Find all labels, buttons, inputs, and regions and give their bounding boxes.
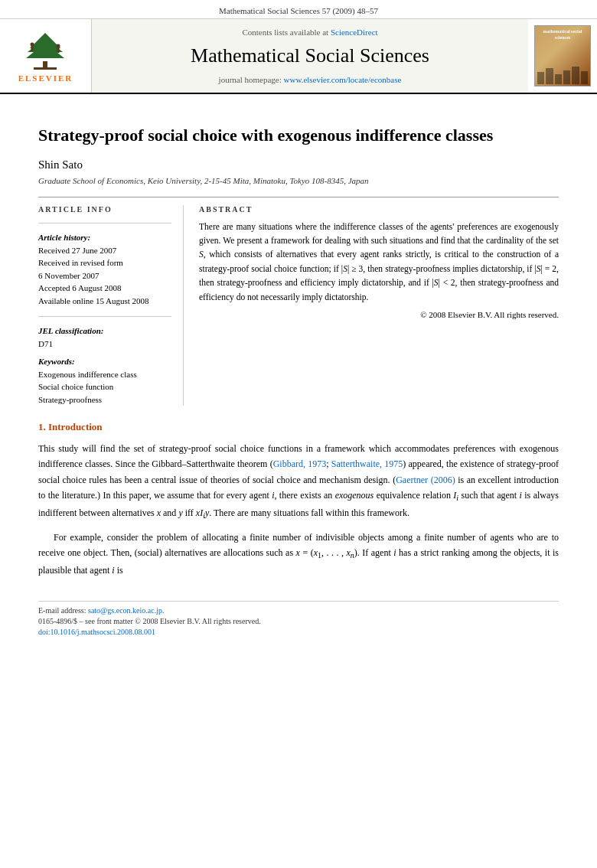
history-label: Article history: bbox=[38, 233, 171, 242]
journal-cover-thumbnail: mathematical social sciences bbox=[534, 25, 591, 86]
journal-info-center: Contents lists available at ScienceDirec… bbox=[92, 19, 528, 93]
introduction-body: This study will find the set of strategy… bbox=[38, 441, 559, 578]
journal-cover-section: mathematical social sciences bbox=[528, 19, 597, 93]
introduction-heading: 1. Introduction bbox=[38, 421, 559, 433]
section-number-label: 1. Introduction bbox=[38, 421, 103, 432]
elsevier-logo-section: ELSEVIER bbox=[0, 19, 92, 93]
elsevier-tree-icon bbox=[18, 29, 72, 71]
issn-text: 0165-4896/$ – see front matter © 2008 El… bbox=[38, 617, 559, 625]
page: Mathematical Social Sciences 57 (2009) 4… bbox=[0, 0, 597, 868]
doi-text: doi:10.1016/j.mathsocsci.2008.08.001 bbox=[38, 628, 559, 636]
homepage-line: journal homepage: www.elsevier.com/locat… bbox=[219, 75, 402, 84]
elsevier-logo: ELSEVIER bbox=[18, 29, 73, 83]
abstract-heading: ABSTRACT bbox=[199, 205, 559, 214]
sciencedirect-link[interactable]: ScienceDirect bbox=[331, 28, 378, 37]
cover-title: mathematical social sciences bbox=[538, 29, 587, 41]
citation-text: Mathematical Social Sciences 57 (2009) 4… bbox=[219, 6, 378, 15]
paper-title: Strategy-proof social choice with exogen… bbox=[38, 125, 559, 147]
homepage-text: journal homepage: bbox=[219, 75, 284, 84]
svg-rect-1 bbox=[34, 67, 57, 70]
article-info-panel: ARTICLE INFO Article history: Received 2… bbox=[38, 205, 184, 406]
abstract-panel: ABSTRACT There are many situations where… bbox=[199, 205, 559, 406]
jel-label: JEL classification: bbox=[38, 326, 171, 335]
author-name: Shin Sato bbox=[38, 158, 559, 171]
contents-available-line: Contents lists available at ScienceDirec… bbox=[242, 28, 377, 37]
revised-date: Received in revised form6 November 2007 bbox=[38, 256, 171, 282]
journal-header: ELSEVIER Contents lists available at Sci… bbox=[0, 19, 597, 94]
email-footnote: E-mail address: sato@gs.econ.keio.ac.jp. bbox=[38, 606, 559, 615]
title-separator bbox=[38, 197, 559, 197]
email-label: E-mail address: bbox=[38, 606, 88, 615]
info-separator-2 bbox=[38, 316, 171, 317]
jel-code: D71 bbox=[38, 338, 171, 351]
svg-point-5 bbox=[31, 43, 34, 47]
info-separator-1 bbox=[38, 223, 171, 224]
keyword-1: Exogenous indifference class bbox=[38, 368, 171, 381]
journal-title: Mathematical Social Sciences bbox=[191, 44, 429, 67]
satterthwaite-link[interactable]: Satterthwaite, 1975 bbox=[331, 458, 403, 469]
cover-decoration bbox=[535, 63, 590, 86]
svg-point-7 bbox=[57, 44, 60, 48]
intro-paragraph-1: This study will find the set of strategy… bbox=[38, 441, 559, 522]
article-body: ARTICLE INFO Article history: Received 2… bbox=[38, 205, 559, 406]
homepage-link[interactable]: www.elsevier.com/locate/econbase bbox=[284, 75, 402, 84]
email-link[interactable]: sato@gs.econ.keio.ac.jp bbox=[88, 606, 162, 615]
intro-paragraph-2: For example, consider the problem of all… bbox=[38, 530, 559, 578]
contents-text: Contents lists available at bbox=[242, 28, 330, 37]
keyword-2: Social choice function bbox=[38, 380, 171, 393]
main-content: Strategy-proof social choice with exogen… bbox=[0, 94, 597, 651]
copyright-notice: © 2008 Elsevier B.V. All rights reserved… bbox=[199, 310, 559, 319]
accepted-date: Accepted 6 August 2008 bbox=[38, 282, 171, 295]
abstract-text: There are many situations where the indi… bbox=[199, 220, 559, 304]
online-date: Available online 15 August 2008 bbox=[38, 295, 171, 308]
elsevier-brand: ELSEVIER bbox=[18, 73, 73, 83]
svg-rect-6 bbox=[31, 46, 34, 51]
footer: E-mail address: sato@gs.econ.keio.ac.jp.… bbox=[38, 601, 559, 636]
journal-citation-header: Mathematical Social Sciences 57 (2009) 4… bbox=[0, 0, 597, 19]
affiliation: Graduate School of Economics, Keio Unive… bbox=[38, 176, 559, 185]
keyword-3: Strategy-proofness bbox=[38, 393, 171, 406]
gaertner-link[interactable]: Gaertner (2006) bbox=[396, 475, 455, 485]
received-date: Received 27 June 2007 bbox=[38, 244, 171, 257]
svg-rect-8 bbox=[57, 47, 60, 53]
doi-link[interactable]: doi:10.1016/j.mathsocsci.2008.08.001 bbox=[38, 628, 155, 636]
gibbard-link[interactable]: Gibbard, 1973 bbox=[273, 458, 327, 469]
keywords-label: Keywords: bbox=[38, 357, 171, 366]
article-info-heading: ARTICLE INFO bbox=[38, 205, 171, 214]
